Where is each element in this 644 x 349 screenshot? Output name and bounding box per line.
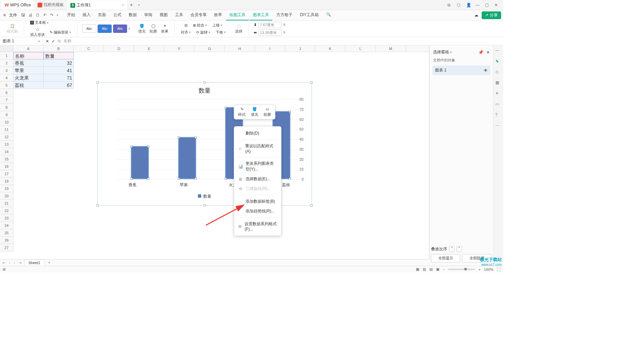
- cell[interactable]: 32: [44, 59, 74, 67]
- add-tab-button[interactable]: +: [127, 2, 136, 8]
- col-header-l[interactable]: L: [345, 45, 376, 52]
- tab-chart-tools[interactable]: 图表工具: [250, 10, 272, 20]
- effect-button[interactable]: ✦效果: [160, 23, 170, 35]
- move-down-button[interactable]: ˇ: [457, 246, 462, 252]
- namebox-dropdown-icon[interactable]: ▾: [38, 40, 40, 43]
- cm-select-data[interactable]: ⊞选择数据(E)...: [234, 174, 281, 184]
- name-box[interactable]: 图表 1 ▾: [0, 37, 43, 45]
- row-header[interactable]: 5: [0, 82, 13, 89]
- resize-handle[interactable]: [203, 81, 206, 84]
- row-header[interactable]: 7: [0, 96, 13, 104]
- select-button[interactable]: ⬚选择: [234, 23, 244, 35]
- col-header-b[interactable]: B: [44, 45, 74, 52]
- col-header-d[interactable]: D: [104, 45, 134, 52]
- move-up-button[interactable]: ˆ: [449, 246, 454, 252]
- print-icon[interactable]: 🖨: [29, 13, 33, 17]
- tab-formula[interactable]: 公式: [110, 10, 125, 20]
- cloud-icon[interactable]: ☁: [474, 13, 478, 17]
- shape-style-2[interactable]: Abc: [98, 24, 112, 33]
- cell[interactable]: 苹果: [13, 67, 44, 74]
- row-header[interactable]: 3: [0, 67, 13, 74]
- chart-title[interactable]: 数量: [98, 83, 312, 99]
- minimize-icon[interactable]: —: [476, 3, 480, 7]
- rotate-button[interactable]: ⟳旋转▾: [195, 29, 212, 36]
- apps-icon[interactable]: ▦: [495, 80, 501, 86]
- cancel-formula-icon[interactable]: ✕: [46, 39, 49, 44]
- row-header[interactable]: 25: [0, 229, 13, 237]
- mini-style-button[interactable]: ✎样式: [237, 106, 247, 118]
- fill-button[interactable]: 🪣填充: [137, 23, 147, 35]
- formula-text[interactable]: 名称: [63, 38, 71, 44]
- cm-reset-style[interactable]: ⎌重设以匹配样式(A): [234, 141, 281, 156]
- view-normal-icon[interactable]: ▦: [416, 267, 419, 271]
- app-tab-document[interactable]: S 工作簿1 •: [67, 0, 127, 10]
- user-avatar-icon[interactable]: 👤: [466, 3, 471, 7]
- close-pane-icon[interactable]: ✕: [486, 50, 490, 55]
- tab-menu-dropdown[interactable]: ▾: [136, 3, 143, 7]
- col-header-f[interactable]: F: [164, 45, 195, 52]
- cm-change-chart-type[interactable]: 📊更改系列图表类型(Y)...: [234, 159, 281, 174]
- fx-icon[interactable]: fx: [58, 39, 61, 44]
- align-label[interactable]: 对齐▾: [179, 29, 192, 36]
- eye-icon[interactable]: 👁: [484, 68, 488, 73]
- tab-start[interactable]: 开始: [64, 10, 78, 20]
- row-header[interactable]: 19: [0, 185, 13, 192]
- row-header[interactable]: 4: [0, 74, 13, 82]
- resize-handle[interactable]: [96, 81, 99, 84]
- maximize-icon[interactable]: ▢: [485, 3, 490, 7]
- hamburger-icon[interactable]: ≡: [2, 13, 7, 17]
- qat-dropdown[interactable]: ▾: [57, 13, 58, 17]
- tab-tools[interactable]: 工具: [172, 10, 186, 20]
- last-sheet-icon[interactable]: ⇥: [17, 260, 23, 265]
- help-icon[interactable]: ?: [495, 112, 501, 118]
- cm-add-trendline[interactable]: 添加趋势线(R)...: [234, 206, 281, 216]
- collapse-icon[interactable]: —: [495, 48, 501, 54]
- save-icon[interactable]: 🖫: [21, 13, 25, 17]
- zoom-thumb[interactable]: [464, 268, 467, 270]
- group-button[interactable]: ⊞组合▾: [192, 22, 208, 29]
- reading-mode-icon[interactable]: ▣: [436, 267, 439, 271]
- select-tool-icon[interactable]: ⬉: [495, 59, 501, 65]
- show-all-button[interactable]: 全部显示: [431, 254, 460, 262]
- shape-tool-icon[interactable]: ◇: [495, 69, 501, 76]
- cm-add-data-labels[interactable]: 添加数据标签(B): [234, 197, 281, 206]
- row-header[interactable]: 23: [0, 214, 13, 222]
- row-header[interactable]: 8: [0, 104, 13, 111]
- next-sheet-icon[interactable]: ›: [13, 260, 16, 265]
- col-header-e[interactable]: E: [134, 45, 164, 52]
- spreadsheet-area[interactable]: A B C D E F G H I J K L M 1 2 3 4 5 6 7 …: [0, 45, 429, 259]
- pin-icon[interactable]: 📌: [478, 50, 483, 55]
- row-header[interactable]: 26: [0, 237, 13, 244]
- width-spinner[interactable]: ⇅: [283, 31, 286, 34]
- row-header[interactable]: 12: [0, 133, 13, 141]
- row-header[interactable]: 24: [0, 222, 13, 229]
- tab-drawing-tools[interactable]: 绘图工具: [226, 10, 249, 20]
- resize-handle[interactable]: [310, 81, 313, 84]
- shape-style-1[interactable]: Abc: [82, 24, 96, 33]
- col-header-c[interactable]: C: [74, 45, 104, 52]
- row-header[interactable]: 13: [0, 141, 13, 148]
- cell[interactable]: 41: [44, 67, 74, 74]
- style-gallery-dropdown[interactable]: ▾: [128, 27, 130, 31]
- file-menu[interactable]: 文件: [7, 12, 19, 18]
- col-header-a[interactable]: A: [13, 45, 44, 52]
- col-header-i[interactable]: I: [255, 45, 285, 52]
- tab-ffgz[interactable]: 方方格子: [273, 10, 296, 20]
- add-sheet-button[interactable]: +: [46, 260, 52, 265]
- row-header[interactable]: 15: [0, 155, 13, 163]
- align-button[interactable]: ⊟: [183, 22, 189, 29]
- row-header[interactable]: 21: [0, 200, 13, 207]
- row-header[interactable]: 17: [0, 170, 13, 178]
- resize-handle[interactable]: [310, 204, 313, 207]
- first-sheet-icon[interactable]: ⇤: [1, 260, 7, 265]
- zoom-out-icon[interactable]: −: [443, 267, 445, 271]
- edit-shape-button[interactable]: ✎编辑形状▾: [48, 27, 72, 38]
- tab-diy[interactable]: DIY工具箱: [297, 10, 322, 20]
- outline-button[interactable]: ◯轮廓: [148, 23, 158, 35]
- selection-pane-item[interactable]: 图表 1 👁: [432, 65, 490, 75]
- tab-efficiency[interactable]: 效率: [211, 10, 225, 20]
- cell[interactable]: 香蕉: [13, 59, 44, 67]
- shape-style-3[interactable]: Abc: [113, 24, 127, 33]
- tab-review[interactable]: 审阅: [141, 10, 156, 20]
- more-icon[interactable]: ⋯: [495, 123, 501, 129]
